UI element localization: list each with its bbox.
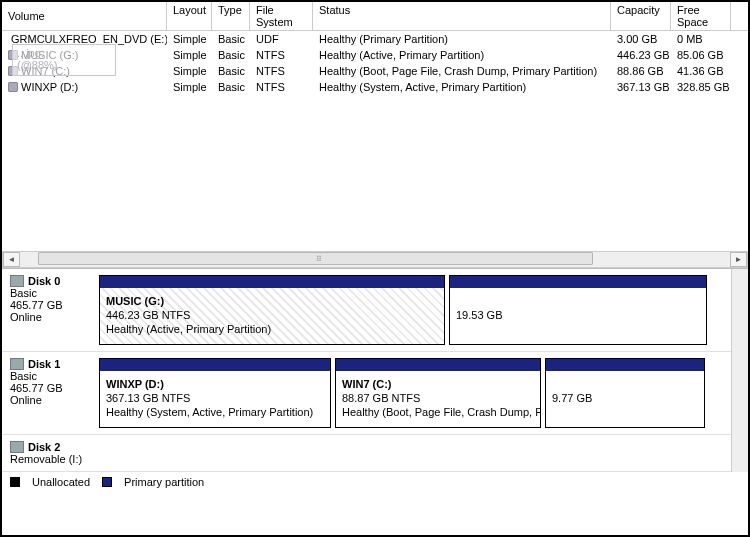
partition-status: Healthy (Boot, Page File, Crash Dump, P [342, 405, 534, 419]
cell-layout: Simple [167, 80, 212, 94]
cell-layout: Simple [167, 32, 212, 46]
disk-type: Removable (I:) [10, 453, 93, 465]
disk-type: Basic [10, 370, 93, 382]
scroll-left-arrow-icon[interactable]: ◄ [3, 252, 20, 267]
col-filesystem[interactable]: File System [250, 2, 313, 30]
disk-info[interactable]: Disk 0Basic465.77 GBOnline [2, 269, 99, 351]
table-row[interactable]: WIN7 (C:)SimpleBasicNTFSHealthy (Boot, P… [2, 63, 748, 79]
col-layout[interactable]: Layout [167, 2, 212, 30]
cell-free: 328.85 GB [671, 80, 731, 94]
table-row[interactable]: GRMCULXFREO_EN_DVD (E:)SimpleBasicUDFHea… [2, 31, 748, 47]
cell-status: Healthy (System, Active, Primary Partiti… [313, 80, 611, 94]
cell-cap: 88.86 GB [611, 64, 671, 78]
cell-status: Healthy (Boot, Page File, Crash Dump, Pr… [313, 64, 611, 78]
partition[interactable]: WIN7 (C:)88.87 GB NTFSHealthy (Boot, Pag… [335, 358, 541, 428]
cell-type: Basic [212, 64, 250, 78]
scroll-right-arrow-icon[interactable]: ► [730, 252, 747, 267]
col-type[interactable]: Type [212, 2, 250, 30]
volume-icon [8, 50, 18, 60]
disk-info[interactable]: Disk 1Basic465.77 GBOnline [2, 352, 99, 434]
cell-free: 0 MB [671, 32, 731, 46]
partition-header [100, 359, 330, 371]
cell-fs: NTFS [250, 64, 313, 78]
partition-size: 88.87 GB NTFS [342, 391, 534, 405]
partition-header [546, 359, 704, 371]
cell-fs: NTFS [250, 80, 313, 94]
partition-name: MUSIC (G:) [106, 294, 438, 308]
partition-status: Healthy (Active, Primary Partition) [106, 322, 438, 336]
cell-layout: Simple [167, 64, 212, 78]
cell-status: Healthy (Active, Primary Partition) [313, 48, 611, 62]
volume-table-header[interactable]: Volume Layout Type File System Status Ca… [2, 2, 748, 31]
partition[interactable]: WINXP (D:)367.13 GB NTFSHealthy (System,… [99, 358, 331, 428]
cell-type: Basic [212, 80, 250, 94]
partition[interactable]: MUSIC (G:)446.23 GB NTFSHealthy (Active,… [99, 275, 445, 345]
table-row[interactable]: WINXP (D:)SimpleBasicNTFSHealthy (System… [2, 79, 748, 95]
cell-type: Basic [212, 32, 250, 46]
hard-disk-icon [10, 441, 24, 453]
cell-type: Basic [212, 48, 250, 62]
volume-name: WIN7 (C:) [21, 65, 70, 77]
legend-primary: Primary partition [124, 476, 204, 488]
disk-state: Online [10, 394, 93, 406]
partition-size: 19.53 GB [456, 308, 700, 322]
col-freespace[interactable]: Free Space [671, 2, 731, 30]
cell-fs: NTFS [250, 48, 313, 62]
cell-fs: UDF [250, 32, 313, 46]
volume-name: MUSIC (G:) [21, 49, 78, 61]
disk-partitions: MUSIC (G:)446.23 GB NTFSHealthy (Active,… [99, 269, 731, 351]
cell-cap: 446.23 GB [611, 48, 671, 62]
cell-free: 85.06 GB [671, 48, 731, 62]
cell-cap: 3.00 GB [611, 32, 671, 46]
partition[interactable]: 19.53 GB [449, 275, 707, 345]
disk-size: 465.77 GB [10, 382, 93, 394]
partition-size: 367.13 GB NTFS [106, 391, 324, 405]
vertical-scrollbar[interactable] [731, 269, 748, 472]
scroll-thumb[interactable]: ⠿ [38, 252, 593, 265]
disk-row[interactable]: Disk 1Basic465.77 GBOnlineWINXP (D:)367.… [2, 352, 731, 435]
partition-size: 446.23 GB NTFS [106, 308, 438, 322]
partition-header [100, 276, 444, 288]
cell-layout: Simple [167, 48, 212, 62]
table-row[interactable]: MUSIC (G:)SimpleBasicNTFSHealthy (Active… [2, 47, 748, 63]
col-status[interactable]: Status [313, 2, 611, 30]
hard-disk-icon [10, 275, 24, 287]
hard-disk-icon [10, 358, 24, 370]
disk-title: Disk 1 [28, 358, 60, 370]
partition-size: 9.77 GB [552, 391, 698, 405]
volume-icon [8, 82, 18, 92]
partition-header [336, 359, 540, 371]
disk-row[interactable]: Disk 2Removable (I:) [2, 435, 731, 472]
horizontal-scrollbar[interactable]: ◄ ⠿ ► [2, 251, 748, 268]
scroll-track[interactable]: ⠿ [20, 252, 730, 267]
partition-header [450, 276, 706, 288]
disk-info[interactable]: Disk 2Removable (I:) [2, 435, 99, 471]
volume-name: GRMCULXFREO_EN_DVD (E:) [11, 33, 167, 45]
legend-unallocated: Unallocated [32, 476, 90, 488]
col-volume[interactable]: Volume [2, 2, 167, 30]
col-capacity[interactable]: Capacity [611, 2, 671, 30]
swatch-primary-icon [102, 477, 112, 487]
disk-state: Online [10, 311, 93, 323]
partition-status: Healthy (System, Active, Primary Partiti… [106, 405, 324, 419]
cell-free: 41.36 GB [671, 64, 731, 78]
cell-status: Healthy (Primary Partition) [313, 32, 611, 46]
disk-partitions: WINXP (D:)367.13 GB NTFSHealthy (System,… [99, 352, 731, 434]
disk-size: 465.77 GB [10, 299, 93, 311]
disk-title: Disk 0 [28, 275, 60, 287]
partition[interactable]: 9.77 GB [545, 358, 705, 428]
disk-partitions [99, 435, 731, 471]
legend: Unallocated Primary partition [2, 472, 748, 492]
disk-type: Basic [10, 287, 93, 299]
disk-row[interactable]: Disk 0Basic465.77 GBOnlineMUSIC (G:)446.… [2, 269, 731, 352]
volume-icon [8, 66, 18, 76]
volume-name: WINXP (D:) [21, 81, 78, 93]
cell-cap: 367.13 GB [611, 80, 671, 94]
swatch-unallocated-icon [10, 477, 20, 487]
partition-name: WIN7 (C:) [342, 377, 534, 391]
disk-title: Disk 2 [28, 441, 60, 453]
partition-name: WINXP (D:) [106, 377, 324, 391]
